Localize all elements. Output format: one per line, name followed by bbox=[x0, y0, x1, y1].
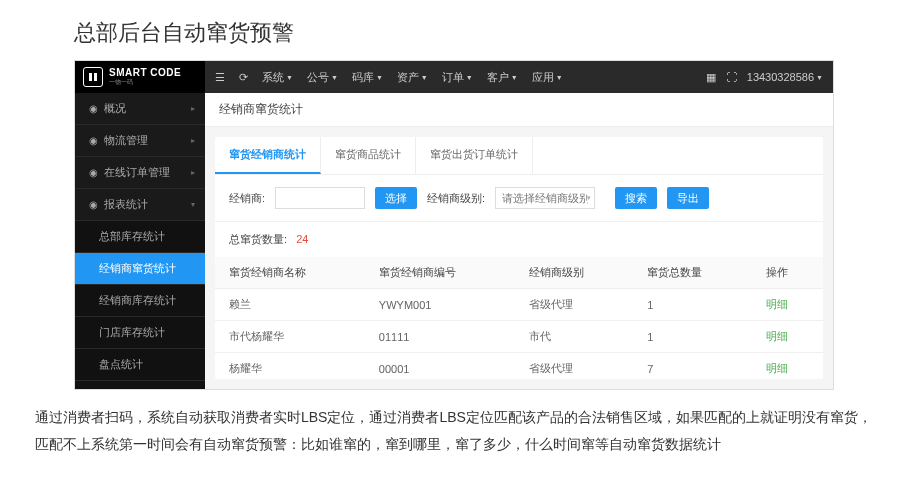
search-button[interactable]: 搜索 bbox=[615, 187, 657, 209]
table-header: 经销商级别 bbox=[515, 257, 633, 289]
page-title: 总部后台自动窜货预警 bbox=[0, 0, 908, 60]
table-cell: 1 bbox=[633, 321, 751, 353]
content-panel: 窜货经销商统计窜货商品统计窜货出货订单统计 经销商: 选择 经销商级别: ▾ 搜… bbox=[215, 137, 823, 379]
table-header: 窜货总数量 bbox=[633, 257, 751, 289]
content-tabs: 窜货经销商统计窜货商品统计窜货出货订单统计 bbox=[215, 137, 823, 175]
sidebar-item[interactable]: 经销商窜货统计 bbox=[75, 253, 205, 285]
table-cell: 市代杨耀华 bbox=[215, 321, 365, 353]
logo-icon bbox=[83, 67, 103, 87]
detail-link[interactable]: 明细 bbox=[766, 298, 788, 310]
chevron-down-icon: ▾ bbox=[587, 194, 591, 202]
chevron-right-icon: ▸ bbox=[191, 168, 195, 177]
table-row: 杨耀华00001省级代理7明细 bbox=[215, 353, 823, 380]
grid-icon[interactable]: ▦ bbox=[706, 71, 716, 84]
level-label: 经销商级别: bbox=[427, 191, 485, 206]
table-cell: 赖兰 bbox=[215, 289, 365, 321]
table-cell: 杨耀华 bbox=[215, 353, 365, 380]
sidebar-item[interactable]: ◉在线订单管理▸ bbox=[75, 157, 205, 189]
svg-rect-0 bbox=[89, 73, 92, 81]
sidebar: SMART CODE 一物一码 ◉概况▸◉物流管理▸◉在线订单管理▸◉报表统计▾… bbox=[75, 61, 205, 389]
topbar-menu-item[interactable]: 订单 ▼ bbox=[442, 70, 473, 85]
sidebar-item[interactable]: ◉报表统计▾ bbox=[75, 189, 205, 221]
menu-dot-icon: ◉ bbox=[89, 199, 98, 210]
sidebar-item-label: 物流管理 bbox=[104, 133, 148, 148]
topbar-menu-item[interactable]: 码库 ▼ bbox=[352, 70, 383, 85]
menu-dot-icon: ◉ bbox=[89, 167, 98, 178]
topbar-menu-item[interactable]: 公号 ▼ bbox=[307, 70, 338, 85]
sidebar-item-label: 在线订单管理 bbox=[104, 165, 170, 180]
chevron-down-icon: ▾ bbox=[191, 200, 195, 209]
sidebar-item-label: 概况 bbox=[104, 101, 126, 116]
user-phone[interactable]: 13430328586 ▼ bbox=[747, 71, 823, 83]
topbar-menu-item[interactable]: 资产 ▼ bbox=[397, 70, 428, 85]
breadcrumb: 经销商窜货统计 bbox=[205, 93, 833, 127]
chevron-right-icon: ▸ bbox=[191, 104, 195, 113]
count-value: 24 bbox=[296, 233, 308, 245]
topbar-menu-item[interactable]: 应用 ▼ bbox=[532, 70, 563, 85]
sidebar-item[interactable]: 总部库存统计 bbox=[75, 221, 205, 253]
sidebar-item[interactable]: 门店库存统计 bbox=[75, 317, 205, 349]
expand-icon[interactable]: ⛶ bbox=[726, 71, 737, 83]
dealer-input[interactable] bbox=[275, 187, 365, 209]
table-cell: 省级代理 bbox=[515, 289, 633, 321]
table-cell: 00001 bbox=[365, 353, 515, 380]
description-text: 通过消费者扫码，系统自动获取消费者实时LBS定位，通过消费者LBS定位匹配该产品… bbox=[0, 390, 908, 457]
topbar-menu-item[interactable]: 系统 ▼ bbox=[262, 70, 293, 85]
dealer-label: 经销商: bbox=[229, 191, 265, 206]
menu-dot-icon: ◉ bbox=[89, 135, 98, 146]
export-button[interactable]: 导出 bbox=[667, 187, 709, 209]
level-select[interactable] bbox=[495, 187, 595, 209]
table-cell: 7 bbox=[633, 353, 751, 380]
sidebar-item[interactable]: ◉物流管理▸ bbox=[75, 125, 205, 157]
topbar-menu-item[interactable]: 客户 ▼ bbox=[487, 70, 518, 85]
table-cell: 省级代理 bbox=[515, 353, 633, 380]
count-label: 总窜货数量: bbox=[229, 233, 287, 245]
menu-dot-icon: ◉ bbox=[89, 103, 98, 114]
table-header: 窜货经销商编号 bbox=[365, 257, 515, 289]
svg-rect-1 bbox=[94, 73, 97, 81]
topbar: ☰ ⟳ 系统 ▼公号 ▼码库 ▼资产 ▼订单 ▼客户 ▼应用 ▼ ▦ ⛶ 134… bbox=[205, 61, 833, 93]
select-button[interactable]: 选择 bbox=[375, 187, 417, 209]
chevron-right-icon: ▸ bbox=[191, 136, 195, 145]
sidebar-item-label: 经销商窜货统计 bbox=[99, 261, 176, 276]
logo-sub: 一物一码 bbox=[109, 78, 181, 87]
main-area: ☰ ⟳ 系统 ▼公号 ▼码库 ▼资产 ▼订单 ▼客户 ▼应用 ▼ ▦ ⛶ 134… bbox=[205, 61, 833, 389]
content-tab[interactable]: 窜货出货订单统计 bbox=[416, 137, 533, 174]
table-row: 市代杨耀华01111市代1明细 bbox=[215, 321, 823, 353]
sidebar-item[interactable]: 盘点统计 bbox=[75, 349, 205, 381]
table-header: 窜货经销商名称 bbox=[215, 257, 365, 289]
sidebar-item[interactable]: ◉概况▸ bbox=[75, 93, 205, 125]
sidebar-item-label: 总部库存统计 bbox=[99, 229, 165, 244]
detail-link[interactable]: 明细 bbox=[766, 330, 788, 342]
count-bar: 总窜货数量: 24 bbox=[215, 222, 823, 257]
sidebar-item[interactable]: 经销商库存统计 bbox=[75, 285, 205, 317]
logo-bar: SMART CODE 一物一码 bbox=[75, 61, 205, 93]
table-row: 赖兰YWYM001省级代理1明细 bbox=[215, 289, 823, 321]
refresh-icon[interactable]: ⟳ bbox=[239, 71, 248, 84]
sidebar-item[interactable]: 产品周转率统计 bbox=[75, 381, 205, 389]
filter-bar: 经销商: 选择 经销商级别: ▾ 搜索 导出 bbox=[215, 175, 823, 222]
data-table: 窜货经销商名称窜货经销商编号经销商级别窜货总数量操作 赖兰YWYM001省级代理… bbox=[215, 257, 823, 379]
table-cell: 市代 bbox=[515, 321, 633, 353]
content-tab[interactable]: 窜货经销商统计 bbox=[215, 137, 321, 174]
logo-name: SMART CODE bbox=[109, 67, 181, 78]
menu-icon[interactable]: ☰ bbox=[215, 71, 225, 84]
content-tab[interactable]: 窜货商品统计 bbox=[321, 137, 416, 174]
app-window: SMART CODE 一物一码 ◉概况▸◉物流管理▸◉在线订单管理▸◉报表统计▾… bbox=[74, 60, 834, 390]
table-cell: 1 bbox=[633, 289, 751, 321]
table-header: 操作 bbox=[752, 257, 823, 289]
sidebar-item-label: 门店库存统计 bbox=[99, 325, 165, 340]
table-cell: 01111 bbox=[365, 321, 515, 353]
sidebar-item-label: 报表统计 bbox=[104, 197, 148, 212]
sidebar-item-label: 经销商库存统计 bbox=[99, 293, 176, 308]
sidebar-item-label: 盘点统计 bbox=[99, 357, 143, 372]
table-cell: YWYM001 bbox=[365, 289, 515, 321]
detail-link[interactable]: 明细 bbox=[766, 362, 788, 374]
